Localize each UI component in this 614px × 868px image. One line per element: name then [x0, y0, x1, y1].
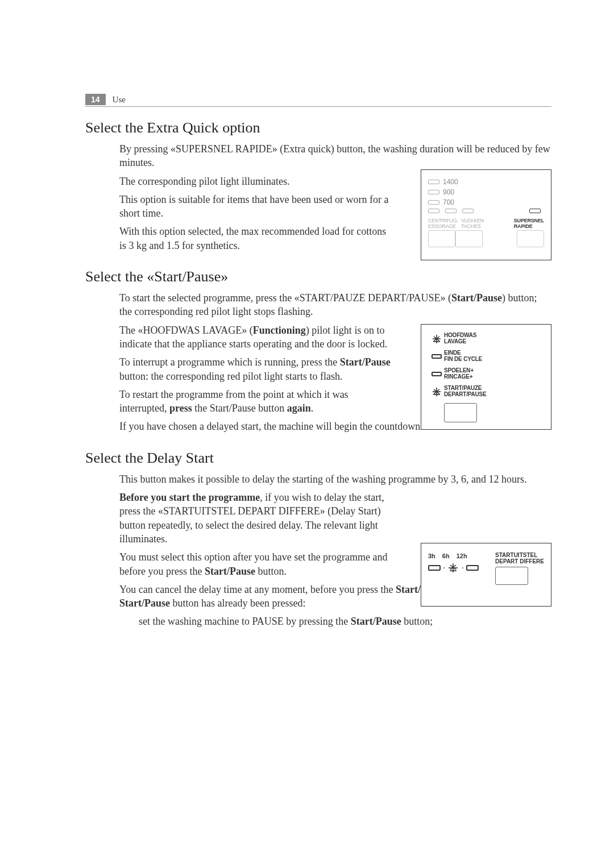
text: To interrupt a programme which is runnin… — [119, 356, 340, 368]
text-bold: Start/Pause — [119, 597, 170, 609]
label: VLEKKEN — [461, 218, 484, 223]
text: the Start/Pause button — [192, 402, 287, 414]
indicator-icon — [428, 200, 439, 205]
label: SUPERSNEL — [514, 218, 544, 223]
paragraph: Before you start the programme, if you w… — [119, 491, 392, 546]
label: RINCAGE+ — [444, 373, 472, 380]
label: TACHES — [461, 223, 481, 229]
paragraph: The «HOOFDWAS LAVAGE» (Functioning) pilo… — [119, 323, 392, 351]
button-outline — [444, 403, 477, 422]
spin-option: 700 — [428, 198, 544, 206]
text-bold: Start/Pause — [205, 566, 255, 577]
text: . — [311, 402, 314, 414]
indicator-icon — [529, 209, 541, 213]
text-bold: Start/Pause — [451, 292, 502, 304]
label: FIN DE CYCLE — [444, 356, 482, 362]
indicator-icon — [462, 209, 474, 213]
button-outline — [428, 230, 455, 247]
hours-row: 3h 6h 12h — [428, 553, 495, 559]
paragraph: By pressing «SUPERSNEL RAPIDE» (Extra qu… — [119, 142, 551, 170]
text-bold: Before you start the programme — [119, 492, 260, 503]
label: SPOELEN+ — [444, 367, 474, 373]
text: To start the selected programme, press t… — [119, 292, 451, 304]
rect-icon — [429, 354, 444, 359]
paragraph: To restart the programme from the point … — [119, 388, 392, 416]
heading-start-pause: Select the «Start/Pause» — [85, 268, 551, 285]
paragraph: The corresponding pilot light illuminate… — [119, 175, 392, 188]
button-row — [428, 230, 544, 247]
paragraph: You must select this option after you ha… — [119, 550, 392, 578]
text: You can cancel the delay time at any mom… — [119, 584, 396, 595]
text: button: the corresponding red pilot ligh… — [119, 371, 342, 382]
indicator-icon — [428, 209, 439, 213]
status-row: HOOFDWASLAVAGE — [429, 333, 543, 344]
section-label: Use — [113, 95, 126, 104]
text-bold: Start/Pause — [351, 616, 401, 627]
text: set the washing machine to PAUSE by pres… — [139, 616, 351, 627]
dot-icon: · — [443, 563, 445, 573]
diagram-spin-options: 1400 900 700 CENTRIFUG.ESSORAGE VLEKKENT… — [421, 169, 551, 260]
spin-value: 1400 — [443, 178, 458, 186]
indicator-icon — [466, 565, 479, 571]
sun-icon — [429, 387, 444, 396]
status-row: EINDEFIN DE CYCLE — [429, 350, 543, 362]
label: DEPART/PAUSE — [444, 391, 486, 397]
panel-labels: CENTRIFUG.ESSORAGE VLEKKENTACHES SUPERSN… — [428, 218, 544, 229]
indicator-icon — [428, 180, 439, 184]
button-outline — [455, 230, 483, 247]
label: DEPART DIFFERE — [495, 558, 544, 564]
text: button; — [401, 616, 433, 627]
text-bold: Functioning — [253, 325, 306, 336]
heading-extra-quick: Select the Extra Quick option — [85, 119, 551, 136]
label: LAVAGE — [444, 338, 466, 344]
text: The «HOOFDWAS LAVAGE» ( — [119, 325, 253, 336]
text-bold: press — [169, 402, 192, 414]
spin-option: 900 — [428, 188, 544, 196]
paragraph: To start the selected programme, press t… — [119, 291, 551, 319]
text-bold: again — [287, 402, 311, 414]
button-outline — [495, 567, 528, 585]
dot-icon: · — [461, 563, 463, 573]
indicator-icon — [428, 565, 441, 571]
indicator-row — [428, 209, 544, 213]
paragraph: With this option selected, the max recom… — [119, 225, 392, 252]
status-row: START/PAUZEDEPART/PAUSE — [429, 385, 543, 397]
bullet-item: set the washing machine to PAUSE by pres… — [139, 614, 551, 628]
label: STARTUITSTEL — [495, 552, 537, 558]
indicator-icon — [445, 209, 457, 213]
text: button. — [255, 566, 287, 577]
hour-label: 3h — [428, 553, 435, 559]
spin-value: 700 — [443, 198, 454, 206]
label: RAPIDE — [514, 223, 533, 229]
button-outline — [517, 230, 544, 247]
heading-delay-start: Select the Delay Start — [85, 450, 551, 467]
spin-option: 1400 — [428, 178, 544, 186]
paragraph: To interrupt a programme which is runnin… — [119, 355, 392, 383]
page-number: 14 — [85, 94, 106, 105]
spin-value: 900 — [443, 188, 454, 196]
indicator-row: · · — [428, 563, 495, 573]
text-bold: Start/Pause — [340, 356, 391, 368]
hour-label: 12h — [457, 553, 467, 559]
diagram-delay-start: 3h 6h 12h · · STARTUITSTELDEPART DIFFERE — [421, 543, 551, 607]
sun-icon — [447, 563, 459, 572]
page-header: 14 Use — [85, 94, 551, 107]
paragraph: This option is suitable for items that h… — [119, 193, 392, 221]
diagram-status-lights: HOOFDWASLAVAGE EINDEFIN DE CYCLE SPOELEN… — [421, 324, 551, 430]
label: CENTRIFUG. — [428, 218, 458, 223]
rect-icon — [429, 372, 444, 376]
label: START/PAUZE — [444, 385, 482, 391]
paragraph: This button makes it possible to delay t… — [119, 472, 551, 486]
label: ESSORAGE — [428, 223, 456, 229]
hour-label: 6h — [442, 553, 450, 559]
sun-icon — [429, 334, 444, 343]
label: EINDE — [444, 350, 461, 356]
text: button has already been pressed: — [170, 597, 305, 609]
indicator-icon — [428, 190, 439, 194]
label: HOOFDWAS — [444, 332, 476, 338]
status-row: SPOELEN+RINCAGE+ — [429, 368, 543, 380]
